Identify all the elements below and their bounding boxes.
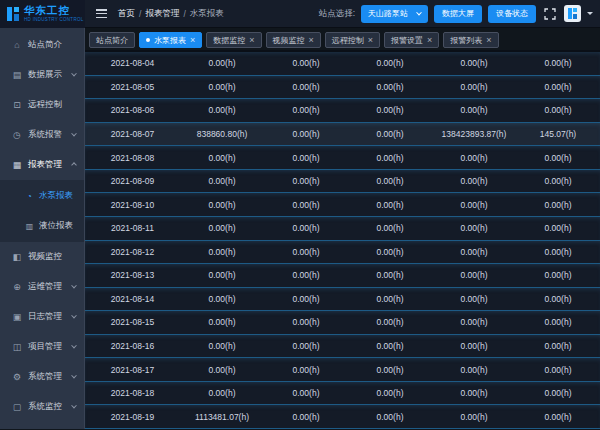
table-row[interactable]: 2021-08-11 0.00(h) 0.00(h) 0.00(h) 0.00(… [85,217,600,241]
table-row[interactable]: 2021-08-09 0.00(h) 0.00(h) 0.00(h) 0.00(… [85,170,600,194]
device-status-button[interactable]: 设备状态 [488,5,536,23]
breadcrumb-item[interactable]: 首页 [118,8,135,20]
tab[interactable]: 站点简介 [89,32,135,48]
row-value-cell: 0.00(h) [264,270,348,280]
table-row[interactable]: 2021-08-14 0.00(h) 0.00(h) 0.00(h) 0.00(… [85,288,600,312]
row-value-cell: 0.00(h) [264,223,348,233]
tab-close-icon[interactable]: × [427,36,432,45]
sidebar-item[interactable]: ◫ 项目管理 [0,332,84,362]
user-menu-caret-icon[interactable] [587,12,593,15]
breadcrumb-item[interactable]: 报表管理 [145,8,179,20]
row-value-cell: 0.00(h) [348,412,432,422]
sidebar-item[interactable]: ▤ 数据展示 [0,60,84,90]
chevron-icon [71,373,77,379]
row-value-cell: 0.00(h) [264,153,348,163]
data-display-icon: ▤ [12,70,22,80]
row-date-cell: 2021-08-05 [85,82,180,92]
row-date-cell: 2021-08-12 [85,247,180,257]
sidebar-item-label: 日志管理 [28,311,62,323]
row-value-cell: 1113481.07(h) [180,412,264,422]
row-value-cell: 0.00(h) [348,388,432,398]
row-value-cell: 0.00(h) [348,341,432,351]
sidebar-item-label: 视频监控 [28,251,62,263]
table-row[interactable]: 2021-08-18 0.00(h) 0.00(h) 0.00(h) 0.00(… [85,382,600,406]
table-row[interactable]: 2021-08-15 0.00(h) 0.00(h) 0.00(h) 0.00(… [85,311,600,335]
row-value-cell: 0.00(h) [180,365,264,375]
table-row[interactable]: 2021-08-05 0.00(h) 0.00(h) 0.00(h) 0.00(… [85,76,600,100]
tab-close-icon[interactable]: × [486,36,491,45]
row-value-cell: 0.00(h) [516,58,600,68]
sidebar-item[interactable]: ▦ 报表管理 [0,150,84,180]
row-value-cell: 0.00(h) [264,105,348,115]
table-row[interactable]: 2021-08-04 0.00(h) 0.00(h) 0.00(h) 0.00(… [85,52,600,76]
tab-close-icon[interactable]: × [309,36,314,45]
sidebar-item[interactable]: ◷ 系统报警 [0,120,84,150]
row-value-cell: 0.00(h) [432,270,516,280]
sidebar-item[interactable]: ⊕ 运维管理 [0,272,84,302]
row-value-cell: 0.00(h) [348,82,432,92]
row-value-cell: 0.00(h) [516,176,600,186]
sidebar-subitem[interactable]: ◔ 水泵报表 [0,181,84,211]
main-content: 站点简介 水泵报表 × 数据监控 × 视频监控 × 远程控制 × 报警设置 × … [85,28,600,429]
row-value-cell: 0.00(h) [264,129,348,139]
table-row[interactable]: 2021-08-07 838860.80(h) 0.00(h) 0.00(h) … [85,123,600,147]
user-avatar[interactable] [564,5,581,22]
tab-close-icon[interactable]: × [190,36,195,45]
row-value-cell: 0.00(h) [516,223,600,233]
table-row[interactable]: 2021-08-17 0.00(h) 0.00(h) 0.00(h) 0.00(… [85,358,600,382]
tab-label: 站点简介 [96,35,128,46]
row-value-cell: 0.00(h) [348,58,432,68]
table-row[interactable]: 2021-08-19 1113481.07(h) 0.00(h) 0.00(h)… [85,405,600,429]
table-row[interactable]: 2021-08-10 0.00(h) 0.00(h) 0.00(h) 0.00(… [85,193,600,217]
table-row[interactable]: 2021-08-16 0.00(h) 0.00(h) 0.00(h) 0.00(… [85,335,600,359]
data-big-screen-button[interactable]: 数据大屏 [434,5,482,23]
sidebar-menu: ⌂ 站点简介 ▤ 数据展示 ⊡ 远程控制 ◷ 系统报警 ▦ 报表管理 ◔ 水泵报… [0,28,85,429]
sidebar-item[interactable]: ⊡ 远程控制 [0,90,84,120]
sidebar-item[interactable]: ▢ 系统监控 [0,392,84,422]
site-select-dropdown[interactable]: 天山路泵站 [361,5,428,23]
row-date-cell: 2021-08-06 [85,105,180,115]
row-value-cell: 0.00(h) [180,153,264,163]
table-row[interactable]: 2021-08-13 0.00(h) 0.00(h) 0.00(h) 0.00(… [85,264,600,288]
sidebar-item-label: 运维管理 [28,281,62,293]
site-select-label: 站点选择: [319,8,355,20]
tab[interactable]: 视频监控 × [266,32,321,48]
row-value-cell: 0.00(h) [348,317,432,327]
fullscreen-icon[interactable] [542,8,558,20]
row-date-cell: 2021-08-11 [85,223,180,233]
sidebar-item[interactable]: ◧ 视频监控 [0,242,84,272]
row-date-cell: 2021-08-10 [85,200,180,210]
tab-close-icon[interactable]: × [368,36,373,45]
table-row[interactable]: 2021-08-12 0.00(h) 0.00(h) 0.00(h) 0.00(… [85,241,600,265]
row-value-cell: 0.00(h) [348,153,432,163]
tab[interactable]: 远程控制 × [325,32,380,48]
tab[interactable]: 报警列表 × [443,32,498,48]
sidebar-item[interactable]: ▣ 日志管理 [0,302,84,332]
open-tabs-bar: 站点简介 水泵报表 × 数据监控 × 视频监控 × 远程控制 × 报警设置 × … [85,28,600,52]
row-value-cell: 0.00(h) [432,82,516,92]
row-value-cell: 0.00(h) [432,200,516,210]
avatar-logo-icon [568,8,577,19]
row-value-cell: 0.00(h) [432,176,516,186]
row-value-cell: 0.00(h) [432,223,516,233]
tab[interactable]: 报警设置 × [384,32,439,48]
tab[interactable]: 水泵报表 × [139,32,202,48]
sidebar-item-label: 项目管理 [28,341,62,353]
table-row[interactable]: 2021-08-06 0.00(h) 0.00(h) 0.00(h) 0.00(… [85,99,600,123]
collapse-menu-icon[interactable] [96,9,107,18]
table-row[interactable]: 2021-08-08 0.00(h) 0.00(h) 0.00(h) 0.00(… [85,146,600,170]
sidebar-item[interactable]: ⚙ 系统管理 [0,362,84,392]
chevron-icon [71,71,77,77]
remote-control-icon: ⊡ [12,100,22,110]
sidebar-subitem[interactable]: ▥ 液位报表 [0,211,84,241]
tab[interactable]: 数据监控 × [206,32,261,48]
chevron-icon [71,313,77,319]
row-value-cell: 0.00(h) [432,247,516,257]
chevron-down-icon [416,9,422,15]
site-intro-icon: ⌂ [12,40,22,50]
sidebar-item[interactable]: ⌂ 站点简介 [0,30,84,60]
row-date-cell: 2021-08-18 [85,388,180,398]
tab-close-icon[interactable]: × [249,36,254,45]
top-header: 华东工控 HD INDUSTRY CONTROL 首页/报表管理/水泵报表 站点… [0,0,600,28]
row-value-cell: 0.00(h) [264,317,348,327]
